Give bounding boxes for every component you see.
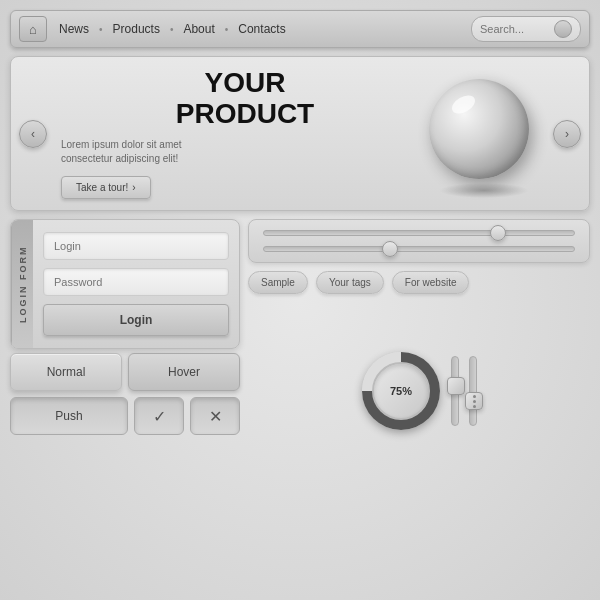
vertical-thumb-1[interactable] [447, 377, 465, 395]
check-button[interactable]: ✓ [134, 397, 184, 435]
login-panel: LOGIN FORM Login Create account [10, 219, 240, 349]
search-input[interactable] [480, 23, 550, 35]
product-sphere [429, 79, 529, 179]
login-content: Login Create account [33, 220, 239, 348]
buttons-section: Normal Hover Push ✓ ✕ 75% [10, 353, 590, 435]
x-icon: ✕ [209, 407, 222, 426]
hero-content: YOUR PRODUCT Lorem ipsum dolor sit ametc… [11, 56, 589, 211]
vertical-track-2[interactable] [469, 356, 477, 426]
vertical-thumb-2[interactable] [465, 392, 483, 410]
hero-prev-button[interactable]: ‹ [19, 120, 47, 148]
nav-items: News • Products • About • Contacts [51, 18, 467, 40]
nav-item-contacts[interactable]: Contacts [230, 18, 293, 40]
nav-separator-1: • [99, 24, 103, 35]
nav-item-about[interactable]: About [175, 18, 222, 40]
tag-your-tags[interactable]: Your tags [316, 271, 384, 294]
create-account-tab[interactable]: Create account [239, 240, 240, 320]
login-form-label: LOGIN FORM [11, 220, 33, 348]
product-shadow [439, 183, 529, 198]
hero-banner: ‹ YOUR PRODUCT Lorem ipsum dolor sit ame… [10, 56, 590, 211]
hover-button[interactable]: Hover [128, 353, 240, 391]
knob-ring[interactable]: 75% [362, 352, 440, 430]
slider-1[interactable] [263, 230, 575, 236]
hero-text: YOUR PRODUCT Lorem ipsum dolor sit ametc… [61, 68, 429, 199]
nav-separator-3: • [225, 24, 229, 35]
navbar: ⌂ News • Products • About • Contacts [10, 10, 590, 48]
nav-separator-2: • [170, 24, 174, 35]
button-group-left: Normal Hover Push ✓ ✕ [10, 353, 240, 435]
vertical-slider-2 [469, 356, 477, 426]
knob-value[interactable]: 75% [372, 362, 430, 420]
nav-item-products[interactable]: Products [105, 18, 168, 40]
hero-next-button[interactable]: › [553, 120, 581, 148]
sliders-section [248, 219, 590, 263]
arrow-right-icon: › [132, 182, 135, 193]
knob-sliders-section: 75% [248, 351, 590, 431]
search-bar [471, 16, 581, 42]
hero-title: YOUR PRODUCT [61, 68, 429, 130]
knob-container: 75% [361, 351, 441, 431]
login-button[interactable]: Login [43, 304, 229, 336]
search-button[interactable] [554, 20, 572, 38]
login-input[interactable] [43, 232, 229, 260]
tag-sample[interactable]: Sample [248, 271, 308, 294]
tag-for-website[interactable]: For website [392, 271, 470, 294]
home-button[interactable]: ⌂ [19, 16, 47, 42]
button-row-2: Push ✓ ✕ [10, 397, 240, 435]
bottom-section: LOGIN FORM Login Create account Sample Y… [10, 219, 590, 349]
slider-2[interactable] [263, 246, 575, 252]
button-row-1: Normal Hover [10, 353, 240, 391]
password-input[interactable] [43, 268, 229, 296]
x-button[interactable]: ✕ [190, 397, 240, 435]
tags-section: Sample Your tags For website [248, 271, 590, 294]
nav-item-news[interactable]: News [51, 18, 97, 40]
home-icon: ⌂ [29, 22, 37, 37]
slider-1-thumb[interactable] [490, 225, 506, 241]
hero-subtitle: Lorem ipsum dolor sit ametconsectetur ad… [61, 138, 429, 166]
push-button[interactable]: Push [10, 397, 128, 435]
normal-button[interactable]: Normal [10, 353, 122, 391]
vertical-slider-1 [451, 356, 459, 426]
controls-panel: Sample Your tags For website [248, 219, 590, 349]
product-image [429, 79, 539, 189]
check-icon: ✓ [153, 407, 166, 426]
vertical-track-1[interactable] [451, 356, 459, 426]
slider-2-thumb[interactable] [382, 241, 398, 257]
hero-cta-button[interactable]: Take a tour! › [61, 176, 151, 199]
